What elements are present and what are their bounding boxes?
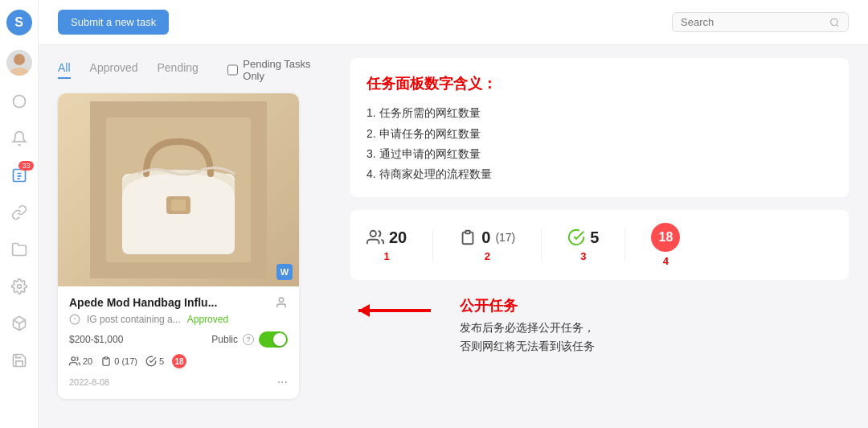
task-image: W — [58, 93, 299, 286]
bottom-annotation-title: 公开任务 — [460, 296, 595, 315]
left-panel: All Approved Pending Pending Tasks Only — [58, 58, 331, 415]
approved-badge: Approved — [187, 314, 228, 325]
task-subtitle-text: IG post containing a... — [87, 314, 181, 325]
stats-check-icon — [567, 228, 585, 246]
sidebar-notification-icon[interactable] — [8, 127, 31, 150]
stat-applicants-num: 20 — [83, 356, 92, 366]
stats-divider-3 — [624, 229, 625, 261]
stats-col-2-num: 0 — [481, 228, 490, 247]
w-badge: W — [276, 264, 293, 280]
tabs-bar: All Approved Pending Pending Tasks Only — [58, 58, 331, 82]
stat-approved-num: 5 — [159, 356, 164, 366]
handbag-image — [90, 101, 267, 278]
stats-clipboard-icon — [459, 228, 477, 246]
sidebar-settings-icon[interactable] — [8, 275, 31, 298]
stats-col-1-num: 20 — [389, 228, 407, 247]
stats-col-3-num-row: 5 — [567, 228, 599, 247]
sidebar-link-icon[interactable] — [8, 201, 31, 224]
check-circle-icon — [145, 356, 157, 367]
annotation-box: 任务面板数字含义： 1. 任务所需的网红数量 2. 申请任务的网红数量 3. 通… — [350, 58, 849, 197]
search-bar[interactable] — [672, 12, 849, 32]
pending-only-label: Pending Tasks Only — [243, 58, 331, 82]
task-date: 2022-8-08 — [69, 377, 109, 387]
stats-col-4-num-row: 18 — [651, 223, 680, 252]
stats-divider-2 — [541, 229, 542, 261]
stat-processed: 0 (17) — [100, 356, 137, 367]
content-area: All Approved Pending Pending Tasks Only — [39, 45, 868, 428]
task-title-row: Apede Mod Handbag Influ... — [69, 296, 288, 309]
stats-col-2-extra: (17) — [495, 231, 515, 244]
more-options-button[interactable]: ··· — [277, 375, 288, 389]
tab-all[interactable]: All — [58, 61, 71, 79]
task-date-row: 2022-8-08 ··· — [69, 375, 288, 389]
svg-point-17 — [72, 357, 76, 361]
bottom-annotation-line1: 发布后务必选择公开任务， — [460, 319, 595, 336]
user-icon — [275, 296, 288, 309]
svg-point-4 — [17, 285, 21, 289]
annotation-item-4: 4. 待商家处理的流程数量 — [366, 164, 833, 184]
svg-point-13 — [279, 298, 283, 302]
svg-point-19 — [371, 231, 376, 237]
stat-pending-badge: 18 — [172, 354, 186, 368]
tab-approved[interactable]: Approved — [90, 61, 138, 79]
tasks-badge: 33 — [18, 161, 33, 171]
stats-col-3-num: 5 — [590, 228, 599, 247]
public-row: Public ? — [211, 331, 288, 348]
stats-col-1: 20 1 — [366, 228, 407, 262]
stats-info-box: 20 1 0 (17) 2 — [350, 210, 849, 280]
submit-new-task-button[interactable]: Submit a new task — [58, 10, 169, 35]
stats-people-icon — [366, 228, 384, 246]
public-toggle-switch[interactable] — [259, 331, 288, 348]
stats-col-1-label: 1 — [384, 250, 390, 262]
task-info: Apede Mod Handbag Influ... IG post conta… — [58, 286, 299, 399]
stats-col-2-num-row: 0 (17) — [459, 228, 515, 247]
task-price-row: $200-$1,000 Public ? — [69, 331, 288, 348]
annotation-list: 1. 任务所需的网红数量 2. 申请任务的网红数量 3. 通过申请的网红数量 4… — [366, 103, 833, 184]
sidebar-tasks-icon[interactable]: 33 — [8, 164, 31, 187]
stats-col-2: 0 (17) 2 — [459, 228, 515, 262]
stats-divider-1 — [432, 229, 433, 261]
main-content: Submit a new task All Approved Pending P… — [39, 0, 868, 428]
svg-rect-12 — [171, 200, 186, 211]
public-label: Public — [211, 334, 238, 345]
stat-approved: 5 — [145, 356, 164, 367]
pending-only-checkbox[interactable] — [227, 64, 238, 76]
task-title-text: Apede Mod Handbag Influ... — [69, 296, 217, 309]
svg-line-7 — [837, 24, 838, 26]
stats-col-2-label: 2 — [485, 250, 490, 262]
stats-col-1-num-row: 20 — [366, 228, 407, 247]
stats-col-4-badge: 18 — [651, 223, 680, 252]
bottom-annotation-line2: 否则网红将无法看到该任务 — [460, 337, 595, 355]
search-icon — [829, 17, 840, 28]
svg-point-1 — [10, 68, 29, 76]
stats-col-3: 5 3 — [567, 228, 599, 262]
right-panel: 任务面板数字含义： 1. 任务所需的网红数量 2. 申请任务的网红数量 3. 通… — [350, 58, 849, 415]
stat-processed-num: 0 — [114, 356, 119, 366]
stats-col-4: 18 4 — [651, 223, 680, 267]
avatar[interactable] — [6, 50, 32, 76]
top-bar: Submit a new task — [39, 0, 868, 45]
svg-marker-22 — [358, 304, 370, 317]
sidebar: S 33 — [0, 0, 39, 428]
red-arrow-svg — [350, 296, 447, 325]
sidebar-package-icon[interactable] — [8, 312, 31, 335]
sidebar-folder-icon[interactable] — [8, 238, 31, 261]
bottom-annotation-area: 公开任务 发布后务必选择公开任务， 否则网红将无法看到该任务 — [350, 293, 849, 358]
clipboard-icon — [100, 356, 112, 367]
annotation-item-3: 3. 通过申请的网红数量 — [366, 144, 833, 164]
annotation-item-2: 2. 申请任务的网红数量 — [366, 124, 833, 144]
public-info-icon[interactable]: ? — [243, 334, 254, 345]
task-stats-row: 20 0 (17) 5 18 — [69, 354, 288, 368]
task-price: $200-$1,000 — [69, 334, 123, 345]
people-icon — [69, 356, 80, 367]
search-input[interactable] — [681, 16, 825, 28]
stat-processed-pending: (17) — [121, 356, 137, 366]
tab-pending[interactable]: Pending — [158, 61, 199, 79]
annotation-title: 任务面板数字含义： — [366, 71, 833, 97]
sidebar-home-icon[interactable] — [8, 90, 31, 113]
svg-point-6 — [831, 19, 837, 25]
task-card: W Apede Mod Handbag Influ... IG post con… — [58, 93, 299, 399]
svg-point-0 — [14, 54, 25, 65]
stats-col-4-label: 4 — [663, 255, 669, 267]
sidebar-save-icon[interactable] — [8, 349, 31, 372]
